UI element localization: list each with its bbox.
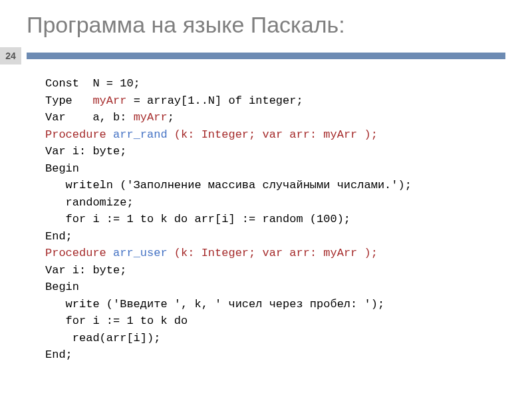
code-type: myArr <box>323 247 357 259</box>
code-line: Begin <box>45 160 505 178</box>
code-procname: arr_rand <box>113 128 168 141</box>
divider-line <box>27 53 505 59</box>
code-type: myArr <box>92 94 126 107</box>
code-text: = array[1..N] of integer; <box>126 94 303 107</box>
code-line: Procedure arr_rand (k: Integer; var arr:… <box>45 126 505 144</box>
code-text: ); <box>357 128 378 141</box>
code-text: (k: Integer; var arr: <box>168 128 324 141</box>
code-text: ; <box>168 111 174 124</box>
code-text: Const N = 10; <box>45 77 140 90</box>
code-line: End; <box>45 228 505 245</box>
code-text: Var a, b: <box>45 111 134 124</box>
code-line: Var a, b: myArr; <box>45 109 505 126</box>
code-line: End; <box>45 346 505 364</box>
page-number-badge: 24 <box>0 47 21 65</box>
code-line: Const N = 10; <box>45 75 505 92</box>
code-line: Var i: byte; <box>45 262 505 279</box>
code-line: for i := 1 to k do <box>45 313 505 330</box>
code-text: Type <box>45 94 92 107</box>
code-text: (k: Integer; var arr: <box>168 247 324 259</box>
code-type: myArr <box>134 111 168 124</box>
code-type: myArr <box>323 128 357 141</box>
code-line: Procedure arr_user (k: Integer; var arr:… <box>45 245 505 262</box>
code-text: ); <box>357 247 378 259</box>
code-line: randomize; <box>45 194 505 211</box>
code-keyword: Procedure <box>45 128 113 141</box>
code-line: write ('Введите ', k, ' чисел через проб… <box>45 296 505 313</box>
code-line: Type myArr = array[1..N] of integer; <box>45 92 505 110</box>
code-keyword: Procedure <box>45 247 113 259</box>
header-bar: 24 <box>0 47 532 65</box>
code-line: for i := 1 to k do arr[i] := random (100… <box>45 211 505 228</box>
code-block: Const N = 10; Type myArr = array[1..N] o… <box>27 75 505 364</box>
code-line: writeln ('Заполнение массива случайными … <box>45 177 505 194</box>
slide-container: Программа на языке Паскаль: 24 Const N =… <box>0 0 532 377</box>
code-line: read(arr[i]); <box>45 330 505 347</box>
code-procname: arr_user <box>113 247 168 259</box>
code-line: Var i: byte; <box>45 143 505 160</box>
code-line: Begin <box>45 279 505 296</box>
slide-title: Программа на языке Паскаль: <box>27 12 505 38</box>
